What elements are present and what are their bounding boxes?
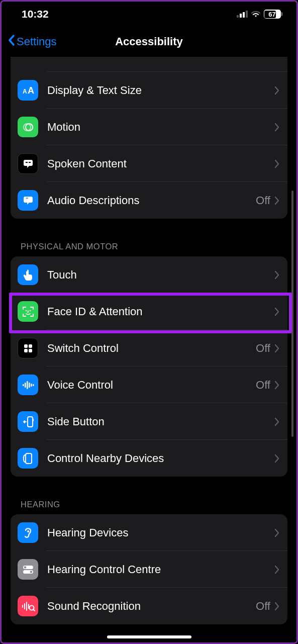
- row-display-text-size[interactable]: AA Display & Text Size: [11, 72, 287, 109]
- switch-control-icon: [18, 338, 38, 358]
- row-label: Voice Control: [47, 379, 256, 392]
- cellular-icon: [237, 8, 248, 20]
- nearby-devices-icon: [18, 448, 38, 469]
- chevron-right-icon: [274, 528, 279, 537]
- status-bar: 10:32 67: [2, 2, 296, 27]
- touch-icon: [18, 264, 38, 285]
- motion-icon: [18, 117, 38, 137]
- section-header-physical: Physical and Motor: [11, 237, 287, 256]
- svg-rect-27: [26, 453, 32, 464]
- svg-rect-17: [24, 349, 28, 352]
- row-label: Motion: [47, 121, 274, 134]
- row-side-button[interactable]: Side Button: [11, 403, 287, 440]
- row-motion[interactable]: Motion: [11, 109, 287, 145]
- status-indicators: 67: [237, 8, 283, 20]
- svg-text:A: A: [23, 88, 27, 95]
- vision-group: AA Display & Text Size Motion Spoken Con…: [11, 57, 287, 219]
- svg-rect-26: [33, 419, 34, 421]
- row-label: Side Button: [47, 415, 274, 428]
- row-switch-control[interactable]: Switch Control Off: [11, 330, 287, 366]
- row-spoken-content[interactable]: Spoken Content: [11, 145, 287, 182]
- nav-back-button[interactable]: Settings: [8, 34, 57, 49]
- chevron-right-icon: [274, 307, 279, 316]
- row-label: Display & Text Size: [47, 84, 274, 97]
- svg-text:A: A: [28, 85, 34, 96]
- chevron-right-icon: [274, 381, 279, 390]
- svg-rect-23: [31, 384, 32, 387]
- scrollbar[interactable]: [291, 191, 293, 437]
- row-control-nearby[interactable]: Control Nearby Devices: [11, 440, 287, 477]
- chevron-right-icon: [274, 123, 279, 132]
- svg-rect-22: [29, 383, 30, 388]
- voice-control-icon: [18, 375, 38, 395]
- svg-rect-20: [25, 383, 26, 388]
- row-label: Face ID & Attention: [47, 305, 274, 318]
- svg-rect-10: [29, 162, 31, 163]
- faceid-icon: [18, 301, 38, 322]
- svg-point-30: [24, 566, 26, 569]
- chevron-right-icon: [274, 602, 279, 611]
- home-indicator[interactable]: [107, 635, 191, 638]
- row-touch[interactable]: Touch: [11, 256, 287, 293]
- chevron-right-icon: [274, 270, 279, 280]
- row-label: Hearing Devices: [47, 526, 274, 539]
- wifi-icon: [251, 8, 261, 20]
- svg-point-13: [25, 310, 27, 311]
- spoken-content-icon: [18, 153, 38, 174]
- svg-rect-16: [29, 344, 32, 348]
- chevron-right-icon: [274, 344, 279, 353]
- row-label: Audio Descriptions: [47, 194, 256, 207]
- row-label: Hearing Control Centre: [47, 563, 274, 576]
- battery-icon: 67: [264, 10, 283, 19]
- nav-bar: Settings Accessibility: [2, 27, 296, 57]
- chevron-right-icon: [274, 417, 279, 426]
- text-size-icon: AA: [18, 80, 38, 101]
- physical-group: Touch Face ID & Attention: [11, 256, 287, 477]
- svg-rect-25: [28, 417, 33, 427]
- svg-rect-1: [240, 14, 242, 18]
- svg-rect-15: [24, 344, 28, 348]
- chevron-right-icon: [274, 454, 279, 463]
- svg-point-32: [30, 571, 32, 573]
- row-sound-recognition[interactable]: Sound Recognition Off: [11, 588, 287, 624]
- svg-rect-0: [237, 15, 239, 18]
- row-value: Off: [256, 379, 270, 392]
- hearing-devices-icon: [18, 522, 38, 543]
- svg-rect-33: [22, 605, 23, 608]
- svg-rect-9: [26, 162, 28, 163]
- row-audio-descriptions[interactable]: ” Audio Descriptions Off: [11, 182, 287, 219]
- row-label: Sound Recognition: [47, 600, 256, 613]
- row-label: Touch: [47, 268, 274, 282]
- nav-back-label: Settings: [17, 35, 57, 48]
- side-button-icon: [18, 411, 38, 432]
- row-value: Off: [256, 342, 270, 355]
- svg-line-38: [33, 609, 35, 611]
- sound-recognition-icon: [18, 596, 38, 616]
- settings-scroll-area[interactable]: AA Display & Text Size Motion Spoken Con…: [2, 57, 296, 642]
- svg-rect-3: [246, 11, 248, 18]
- svg-point-28: [27, 530, 29, 532]
- row-label: Switch Control: [47, 342, 256, 355]
- hearing-control-centre-icon: [18, 559, 38, 580]
- chevron-right-icon: [274, 196, 279, 205]
- row-label: Control Nearby Devices: [47, 452, 274, 465]
- svg-rect-18: [29, 349, 32, 352]
- svg-text:”: ”: [26, 197, 29, 203]
- chevron-right-icon: [274, 86, 279, 95]
- svg-rect-8: [24, 160, 33, 166]
- row-hearing-control-centre[interactable]: Hearing Control Centre: [11, 551, 287, 588]
- svg-rect-35: [26, 602, 27, 611]
- status-time: 10:32: [22, 8, 49, 20]
- chevron-right-icon: [274, 565, 279, 574]
- clipped-row[interactable]: [11, 57, 287, 72]
- row-label: Spoken Content: [47, 157, 274, 170]
- row-value: Off: [256, 194, 270, 207]
- row-voice-control[interactable]: Voice Control Off: [11, 366, 287, 403]
- chevron-left-icon: [8, 34, 16, 49]
- row-hearing-devices[interactable]: Hearing Devices: [11, 514, 287, 551]
- section-header-hearing: Hearing: [11, 495, 287, 514]
- row-faceid-attention[interactable]: Face ID & Attention: [11, 293, 287, 330]
- svg-rect-21: [27, 381, 28, 389]
- hearing-group: Hearing Devices Hearing Control Centre: [11, 514, 287, 624]
- svg-rect-34: [24, 603, 25, 609]
